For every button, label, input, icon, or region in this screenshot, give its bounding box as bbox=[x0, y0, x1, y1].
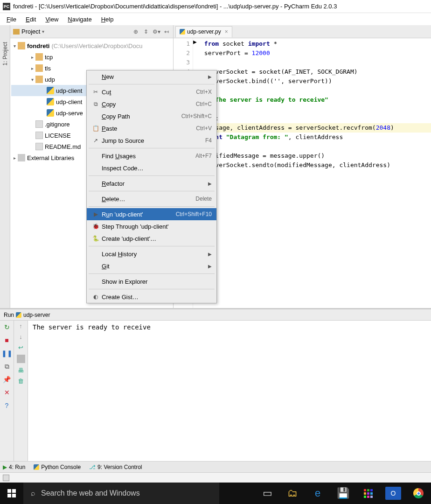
run-config-name: udp-server bbox=[23, 312, 50, 318]
menu-item-label: Find Usages bbox=[102, 153, 192, 160]
rerun-icon[interactable]: ↻ bbox=[2, 322, 12, 332]
menu-separator bbox=[89, 148, 215, 148]
scroll-target-icon[interactable]: ⊕ bbox=[132, 28, 139, 35]
help-icon[interactable]: ? bbox=[2, 401, 12, 410]
bottom-tab-vcs-label: 9: Version Control bbox=[97, 464, 142, 470]
context-menu-item[interactable]: ↗Jump to SourceF4 bbox=[87, 134, 216, 147]
context-menu-item[interactable]: ✂CutCtrl+X bbox=[87, 86, 216, 98]
editor-tab-udp-server[interactable]: udp-server.py × bbox=[175, 26, 232, 37]
print-icon[interactable]: 🖶 bbox=[18, 367, 24, 374]
pause-icon[interactable]: ❚❚ bbox=[2, 349, 12, 358]
clear-icon[interactable]: 🗑 bbox=[18, 378, 24, 385]
run-body: ↻ ■ ❚❚ ⧉ 📌 ✕ ? ↑ ↓ ↩ 🖶 🗑 The server is r… bbox=[0, 321, 431, 461]
menu-item-shortcut: Ctrl+X bbox=[196, 89, 212, 95]
context-menu-item[interactable]: Inspect Code… bbox=[87, 162, 216, 174]
python-file-icon bbox=[47, 109, 54, 117]
start-button[interactable] bbox=[0, 483, 23, 504]
close-tab-icon[interactable]: × bbox=[225, 28, 228, 35]
run-arrow-icon: ▶ bbox=[3, 464, 7, 470]
task-view-icon[interactable]: ▭ bbox=[255, 483, 280, 504]
project-root-label: fondreti bbox=[27, 42, 49, 49]
menu-item-label: Copy bbox=[102, 101, 192, 108]
tool-tab-project[interactable]: 1: Project bbox=[1, 39, 9, 69]
tree-item-label: tcp bbox=[45, 54, 53, 61]
scroll-to-end-icon[interactable] bbox=[17, 355, 25, 363]
tree-root[interactable]: ▾ fondreti (C:\Users\Verticale\Dropbox\D… bbox=[11, 40, 172, 51]
chevron-icon[interactable]: ▾ bbox=[29, 77, 35, 82]
taskbar-search[interactable]: ⌕ Search the web and Windows bbox=[23, 483, 219, 504]
pin-icon[interactable]: 📌 bbox=[2, 375, 12, 384]
chevron-icon[interactable]: ▸ bbox=[29, 66, 35, 71]
file-explorer-icon[interactable]: 🗂 bbox=[280, 483, 305, 504]
menu-item-shortcut: Ctrl+V bbox=[196, 125, 212, 132]
run-output[interactable]: The server is ready to receive bbox=[28, 321, 431, 461]
folder-icon bbox=[18, 42, 25, 49]
bottom-tab-version-control[interactable]: ⎇ 9: Version Control bbox=[89, 464, 142, 470]
menu-separator bbox=[89, 175, 215, 176]
library-icon bbox=[18, 154, 25, 161]
python-file-icon bbox=[16, 312, 21, 318]
bottom-tab-python-console[interactable]: Python Console bbox=[34, 464, 81, 470]
tree-item-label: LICENSE bbox=[45, 132, 71, 139]
menu-item-label: Create 'udp-client'… bbox=[102, 235, 212, 242]
edge-icon[interactable]: e bbox=[305, 483, 330, 504]
context-menu-item[interactable]: 🐞Step Through 'udp-client' bbox=[87, 220, 216, 232]
tree-item-label: README.md bbox=[45, 143, 81, 150]
context-menu-item[interactable]: ◐Create Gist… bbox=[87, 291, 216, 303]
editor-tabs: udp-server.py × bbox=[174, 25, 431, 38]
down-arrow-icon[interactable]: ↓ bbox=[19, 333, 22, 340]
tree-item[interactable]: ▸tcp bbox=[11, 51, 172, 63]
search-icon: ⌕ bbox=[31, 489, 35, 497]
stop-icon[interactable]: ■ bbox=[2, 336, 12, 345]
context-menu-item[interactable]: Show in Explorer bbox=[87, 275, 216, 287]
status-box-icon[interactable] bbox=[3, 475, 9, 481]
code-content[interactable]: from socket import * serverPort = 12000 … bbox=[197, 38, 431, 308]
chevron-right-icon[interactable]: ▸ bbox=[11, 155, 18, 161]
menu-item-label: Inspect Code… bbox=[102, 165, 212, 172]
menu-item-label: Show in Explorer bbox=[102, 278, 212, 285]
context-menu-item[interactable]: Find UsagesAlt+F7 bbox=[87, 150, 216, 162]
gear-icon[interactable]: ⚙▾ bbox=[153, 28, 160, 35]
context-menu-item[interactable]: Git▶ bbox=[87, 260, 216, 272]
taskbar-apps: ▭ 🗂 e 💾 O bbox=[255, 483, 431, 504]
submenu-arrow-icon: ▶ bbox=[208, 181, 212, 186]
up-arrow-icon[interactable]: ↑ bbox=[19, 322, 22, 329]
menu-item-label: Cut bbox=[102, 89, 192, 96]
chevron-down-icon[interactable]: ▾ bbox=[11, 43, 18, 49]
project-header-title[interactable]: Project bbox=[21, 28, 40, 35]
run-mid-toolbar: ↑ ↓ ↩ 🖶 🗑 bbox=[14, 321, 28, 461]
close-icon[interactable]: ✕ bbox=[2, 388, 12, 397]
menu-view[interactable]: View bbox=[41, 15, 63, 24]
folder-icon bbox=[35, 53, 43, 61]
menu-file[interactable]: File bbox=[2, 15, 21, 24]
context-menu-item[interactable]: 📋PasteCtrl+V bbox=[87, 122, 216, 134]
grid-app-icon[interactable] bbox=[355, 483, 381, 504]
menu-help[interactable]: Help bbox=[97, 15, 118, 24]
context-menu-item[interactable]: Copy PathCtrl+Shift+C bbox=[87, 110, 216, 122]
context-menu-item[interactable]: ▶Run 'udp-client'Ctrl+Shift+F10 bbox=[87, 208, 216, 220]
context-menu-item[interactable]: Local History▶ bbox=[87, 248, 216, 260]
chevron-icon[interactable]: ▸ bbox=[29, 55, 35, 60]
context-menu-item[interactable]: 🐍Create 'udp-client'… bbox=[87, 232, 216, 245]
python-icon bbox=[34, 464, 39, 470]
windows-taskbar: ⌕ Search the web and Windows ▭ 🗂 e 💾 O bbox=[0, 483, 431, 504]
collapse-icon[interactable]: ⇕ bbox=[142, 28, 150, 35]
outlook-icon[interactable]: O bbox=[385, 487, 401, 500]
menu-navigate[interactable]: Navigate bbox=[63, 15, 96, 24]
dropdown-icon[interactable]: ▾ bbox=[42, 29, 44, 34]
save-app-icon[interactable]: 💾 bbox=[330, 483, 355, 504]
hide-panel-icon[interactable]: ↤ bbox=[163, 28, 170, 35]
context-menu-item[interactable]: New▶ bbox=[87, 70, 216, 83]
layout-icon[interactable]: ⧉ bbox=[2, 362, 12, 371]
context-menu-item[interactable]: ⧉CopyCtrl+C bbox=[87, 98, 216, 110]
menu-item-shortcut: Delete bbox=[195, 196, 212, 202]
menu-edit[interactable]: Edit bbox=[21, 15, 41, 24]
file-icon bbox=[35, 132, 43, 139]
chrome-icon[interactable] bbox=[406, 483, 431, 504]
soft-wrap-icon[interactable]: ↩ bbox=[18, 344, 23, 351]
menu-item-icon: 🐍 bbox=[91, 235, 100, 242]
menu-item-icon: ⧉ bbox=[91, 101, 100, 107]
context-menu-item[interactable]: Delete…Delete bbox=[87, 193, 216, 205]
context-menu-item[interactable]: Refactor▶ bbox=[87, 177, 216, 189]
bottom-tab-run[interactable]: ▶ 4: Run bbox=[3, 464, 25, 470]
